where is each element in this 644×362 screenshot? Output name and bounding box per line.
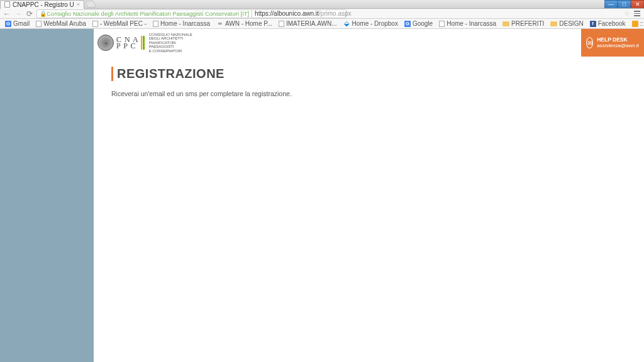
url-host: https://albounico.awn.it xyxy=(255,10,319,17)
bookmark-google[interactable]: GGoogle xyxy=(402,19,435,28)
content-area: ★ C N A P P C Consiglio Nazionale degli … xyxy=(0,29,644,362)
dropbox-icon: ⬙ xyxy=(343,20,350,27)
page-body: Registrazione Riceverai un'email ed un s… xyxy=(94,57,644,107)
folder-icon xyxy=(502,21,509,26)
page-body-text: Riceverai un'email ed un sms per complet… xyxy=(111,90,626,97)
google-icon: G xyxy=(5,21,11,27)
menu-button[interactable] xyxy=(633,9,641,18)
bookmark-home-inarcassa[interactable]: Home - Inarcassa xyxy=(150,19,213,28)
bookmark-facebook[interactable]: fFacebook xyxy=(587,19,628,28)
bookmark-star-icon[interactable]: ☆ xyxy=(624,9,630,18)
logo-description: Consiglio Nazionale degli Architetti Pia… xyxy=(149,33,192,53)
new-tab-button[interactable] xyxy=(85,1,96,8)
bookmarks-bar: GGmail WebMail Aruba - WebMail PEC - Hom… xyxy=(0,19,644,29)
bookmark-design[interactable]: DESIGN xyxy=(548,19,586,28)
page-icon xyxy=(4,1,10,8)
lock-icon: 🔒 xyxy=(40,11,45,16)
bookmark-gmail[interactable]: GGmail xyxy=(3,19,32,28)
bookmark-wara[interactable]: :: WARA :: xyxy=(630,19,644,28)
file-icon xyxy=(36,21,42,27)
logo-line2: P P C xyxy=(116,43,139,49)
file-icon xyxy=(92,21,98,27)
bookmark-dropbox[interactable]: ⬙Home - Dropbox xyxy=(341,19,401,28)
bookmark-awn-home[interactable]: ∞AWN - Home P... xyxy=(214,19,275,28)
window-minimize-button[interactable]: — xyxy=(604,0,618,8)
cert-text: Consiglio Nazionale degli Architetti Pia… xyxy=(47,10,249,17)
logo-bars xyxy=(141,36,145,50)
file-icon xyxy=(279,21,284,27)
window-maximize-button[interactable]: □ xyxy=(618,0,631,8)
wara-icon xyxy=(632,21,638,27)
address-bar: ← → ⟳ 🔒 Consiglio Nazionale degli Archit… xyxy=(0,9,644,19)
helpdesk-button[interactable]: ✉ Help Desk assistenza@awn.it xyxy=(581,29,644,57)
url-path: /primo.aspx xyxy=(319,10,352,17)
bookmark-imateria[interactable]: IMATERIA.AWN... xyxy=(276,19,340,28)
page-title: Registrazione xyxy=(111,67,626,81)
helpdesk-title: Help Desk xyxy=(597,37,639,43)
main-panel: ★ C N A P P C Consiglio Nazionale degli … xyxy=(94,29,644,362)
window-controls: — □ ✕ xyxy=(604,0,644,9)
cnappc-wordmark: C N A P P C xyxy=(116,36,145,50)
helpdesk-text: Help Desk assistenza@awn.it xyxy=(597,37,639,48)
reload-button[interactable]: ⟳ xyxy=(25,9,34,18)
back-button[interactable]: ← xyxy=(3,9,11,18)
left-sidebar xyxy=(0,29,94,362)
window-close-button[interactable]: ✕ xyxy=(631,0,644,8)
browser-tab-active[interactable]: CNAPPC - Registro U × xyxy=(0,0,84,9)
awn-icon: ∞ xyxy=(216,20,223,27)
google-icon: G xyxy=(404,21,411,27)
facebook-icon: f xyxy=(590,21,596,27)
browser-tabs: CNAPPC - Registro U × — □ ✕ xyxy=(0,0,644,9)
ssl-cert-label[interactable]: 🔒 Consiglio Nazionale degli Architetti P… xyxy=(36,9,252,18)
bookmark-home-inarcassa-2[interactable]: Home - Inarcassa xyxy=(436,19,499,28)
site-logo[interactable]: ★ C N A P P C Consiglio Nazionale degli … xyxy=(94,30,196,56)
bookmark-preferiti[interactable]: PREFERITI xyxy=(500,19,547,28)
helpdesk-email: assistenza@awn.it xyxy=(597,43,639,48)
tab-title: CNAPPC - Registro U xyxy=(13,1,74,8)
file-icon xyxy=(439,21,445,27)
folder-icon xyxy=(550,21,557,26)
site-topbar: ★ C N A P P C Consiglio Nazionale degli … xyxy=(94,29,644,57)
bookmark-webmail-aruba[interactable]: WebMail Aruba xyxy=(33,19,89,28)
forward-button: → xyxy=(14,9,23,18)
seal-icon: ★ xyxy=(97,35,114,51)
tab-close-icon[interactable]: × xyxy=(77,1,80,8)
chat-icon: ✉ xyxy=(586,37,593,48)
bookmark-webmail-pec[interactable]: - WebMail PEC - xyxy=(90,19,149,28)
url-input[interactable]: https://albounico.awn.it/primo.aspx xyxy=(252,9,347,18)
file-icon xyxy=(153,21,158,27)
